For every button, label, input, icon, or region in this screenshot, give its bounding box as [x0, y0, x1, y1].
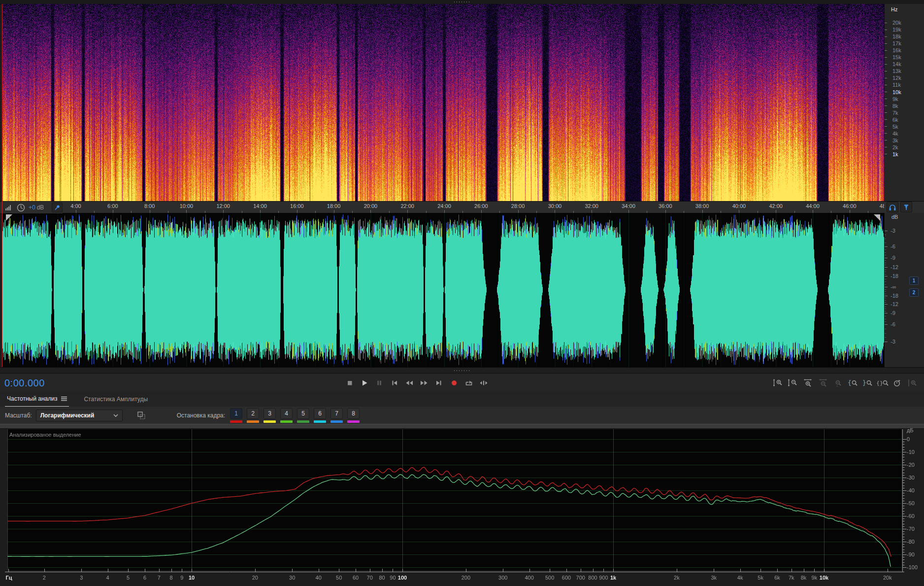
x-tick-label: 700	[576, 575, 585, 581]
skip-selection-icon	[479, 379, 489, 387]
clock-time-icon[interactable]	[16, 202, 26, 213]
hold-button-6[interactable]: 6	[314, 408, 326, 423]
gain-readout[interactable]: +0dB	[29, 204, 44, 211]
skip-to-end-button[interactable]	[433, 377, 445, 389]
db-tick	[885, 246, 888, 247]
zoom-amplitude-button[interactable]	[905, 377, 919, 389]
waveform-display[interactable]	[2, 213, 884, 367]
db-tick-label: -18	[891, 293, 898, 299]
x-tick-label: 2k	[674, 575, 680, 581]
scale-dropdown[interactable]: Логарифмический	[36, 410, 123, 421]
zoom-reset-button[interactable]	[831, 377, 845, 389]
tab-amplitude-statistics[interactable]: Статистика Амплитуды	[82, 392, 150, 407]
hold-button-5[interactable]: 5	[297, 408, 309, 423]
x-tick-label: 40	[316, 575, 322, 581]
db-tick	[885, 342, 888, 342]
spectrogram-display[interactable]	[2, 4, 884, 201]
hold-button-4[interactable]: 4	[280, 408, 293, 423]
hz-tick-label: 7k	[892, 110, 898, 116]
hz-tick	[885, 154, 887, 154]
menu-icon[interactable]	[61, 396, 67, 401]
hz-tick	[885, 50, 887, 51]
hold-color-bar	[297, 420, 309, 423]
zoom-in-point-icon: {	[847, 379, 858, 387]
y-tick-label: -100	[907, 564, 918, 570]
stop-icon	[346, 379, 354, 387]
zoom-out-point-icon: }	[862, 379, 873, 387]
timeline-label: 28:00	[511, 203, 525, 209]
loop-icon	[464, 379, 473, 387]
playhead-marker[interactable]	[2, 4, 2, 367]
db-tick	[885, 287, 888, 287]
db-minor-tick	[885, 307, 886, 307]
zoom-amplitude-icon	[907, 379, 917, 387]
db-tick-label: -12	[891, 301, 898, 307]
skip-selection-button[interactable]	[478, 377, 490, 389]
db-minor-tick	[885, 311, 886, 311]
channel-2-badge[interactable]: 2	[909, 288, 919, 297]
db-tick	[885, 324, 888, 325]
hold-button-7[interactable]: 7	[330, 408, 343, 423]
db-minor-tick	[885, 298, 886, 298]
db-minor-tick	[885, 300, 886, 301]
tab-frequency-analysis[interactable]: Частотный анализ	[5, 391, 69, 407]
hz-tick-label: 5k	[892, 124, 898, 130]
pin-marker-icon[interactable]	[900, 202, 912, 212]
fade-out-handle[interactable]	[874, 214, 880, 221]
hold-button-label: 8	[347, 408, 360, 419]
hz-tick	[885, 36, 887, 37]
pause-button[interactable]	[373, 377, 385, 389]
db-tick-label: -3	[891, 228, 895, 234]
zoom-in-vertical-button[interactable]	[771, 377, 785, 389]
channel-1-badge[interactable]: 1	[909, 276, 919, 285]
x-tick-label: 5	[127, 575, 130, 581]
headphones-icon[interactable]	[887, 202, 898, 212]
panel-grip-handle[interactable]	[453, 370, 471, 372]
timeline-label: 14:00	[253, 203, 267, 209]
db-tick-label: -6	[891, 243, 895, 249]
zoom-out-horizontal-button[interactable]	[816, 377, 830, 389]
fade-in-handle[interactable]	[6, 214, 12, 221]
record-button[interactable]	[448, 377, 460, 389]
pin-timeline-button[interactable]	[52, 203, 63, 212]
frequency-analysis-plot[interactable]	[0, 428, 924, 586]
db-minor-tick	[885, 309, 886, 309]
skip-to-start-button[interactable]	[389, 377, 400, 389]
loop-playback-button[interactable]	[463, 377, 475, 389]
x-tick-label: 20	[252, 575, 258, 581]
play-button[interactable]	[359, 377, 370, 389]
zoom-full-button[interactable]	[891, 377, 904, 389]
hz-tick-label: 6k	[892, 117, 898, 123]
zoom-out-vertical-button[interactable]	[786, 377, 800, 389]
transport-bar: 0:00.000 {}{}	[0, 373, 924, 393]
record-icon	[450, 379, 458, 387]
copy-icon[interactable]	[135, 410, 147, 421]
zoom-out-point-button[interactable]: }	[860, 377, 874, 389]
y-tick-label: -80	[907, 539, 915, 545]
panel-grip-handle[interactable]	[453, 1, 471, 3]
db-minor-tick	[885, 289, 886, 290]
rewind-button[interactable]	[403, 377, 415, 389]
fast-forward-button[interactable]	[418, 377, 430, 389]
x-tick-label: 8	[169, 575, 172, 581]
hold-button-3[interactable]: 3	[264, 408, 276, 423]
zoom-in-point-button[interactable]: {	[846, 377, 859, 389]
hold-button-8[interactable]: 8	[347, 408, 360, 423]
x-tick-label: 1k	[610, 575, 616, 581]
hold-button-2[interactable]: 2	[247, 408, 259, 423]
levels-meter-icon[interactable]	[4, 202, 13, 213]
hold-button-1[interactable]: 1	[230, 408, 242, 423]
y-tick-label: -30	[907, 475, 915, 481]
stop-button[interactable]	[344, 377, 356, 389]
zoom-selection-button[interactable]: {}	[876, 377, 890, 389]
hz-tick	[885, 112, 887, 113]
x-tick-label: 60	[353, 575, 359, 581]
time-display[interactable]: 0:00.000	[4, 378, 45, 389]
timeline-ruler[interactable]: 4:006:008:0010:0012:0014:0016:0018:0020:…	[0, 201, 924, 214]
y-tick-label: -20	[907, 462, 915, 468]
amplitude-scale-panel: dB -3-6-9-12-18-∞-18-12-9-6-3 1 2	[884, 213, 924, 367]
hz-tick-label: 14k	[892, 61, 901, 67]
zoom-in-horizontal-button[interactable]	[801, 377, 815, 389]
hold-button-label: 3	[264, 408, 276, 419]
timeline-label: 30:00	[548, 203, 562, 209]
